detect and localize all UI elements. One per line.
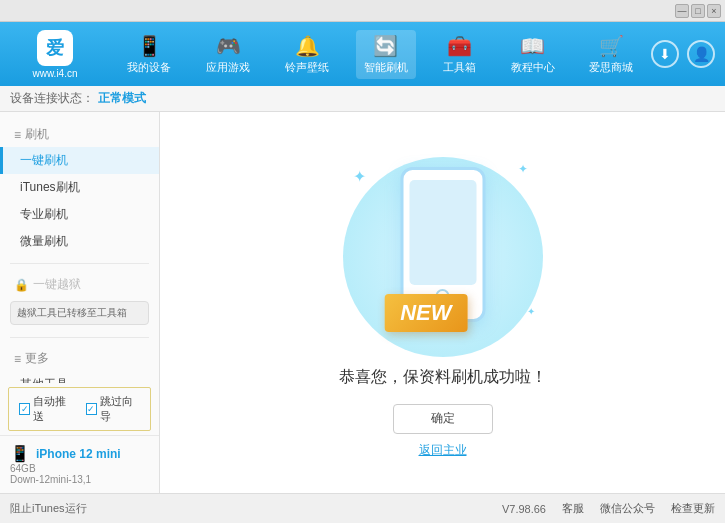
nav-item-tutorials[interactable]: 📖 教程中心 [503, 30, 563, 79]
success-text: 恭喜您，保资料刷机成功啦！ [339, 367, 547, 388]
auto-push-label: 自动推送 [33, 394, 73, 424]
tutorials-label: 教程中心 [511, 60, 555, 75]
status-value: 正常模式 [98, 90, 146, 107]
top-nav: 爱 www.i4.cn 📱 我的设备 🎮 应用游戏 🔔 铃声壁纸 🔄 智能刷机 … [0, 22, 725, 86]
auto-push-checkbox[interactable]: ✓ [19, 403, 30, 415]
sidebar-section-flash-title: ≡ 刷机 [0, 122, 159, 147]
apps-games-icon: 🎮 [216, 34, 241, 58]
logo-char: 爱 [46, 36, 64, 60]
toolbox-label: 工具箱 [443, 60, 476, 75]
nav-item-shop[interactable]: 🛒 爱思商城 [581, 30, 641, 79]
status-bar: 设备连接状态： 正常模式 [0, 86, 725, 112]
sidebar-section-more-title: ≡ 更多 [0, 346, 159, 371]
smart-flash-icon: 🔄 [373, 34, 398, 58]
logo-url: www.i4.cn [32, 68, 77, 79]
new-badge: NEW [384, 294, 467, 332]
device-area: 📱 iPhone 12 mini 64GB Down-12mini-13,1 [0, 435, 159, 493]
sidebar: ≡ 刷机 一键刷机 iTunes刷机 专业刷机 微量刷机 🔒 一键越狱 越狱工具… [0, 112, 160, 493]
user-button[interactable]: 👤 [687, 40, 715, 68]
lock-icon: 🔒 [14, 278, 29, 292]
device-phone-icon: 📱 [10, 444, 30, 463]
minimize-button[interactable]: — [675, 4, 689, 18]
sidebar-item-one-click-flash[interactable]: 一键刷机 [0, 147, 159, 174]
download-button[interactable]: ⬇ [651, 40, 679, 68]
bottom-bar: 阻止iTunes运行 V7.98.66 客服 微信公众号 检查更新 [0, 493, 725, 523]
sidebar-section-more: ≡ 更多 其他工具 下载固件 高级功能 [0, 342, 159, 383]
close-button[interactable]: × [707, 4, 721, 18]
sidebar-divider-2 [10, 337, 149, 338]
nav-item-smart-flash[interactable]: 🔄 智能刷机 [356, 30, 416, 79]
wechat-link[interactable]: 微信公众号 [600, 501, 655, 516]
nav-item-my-device[interactable]: 📱 我的设备 [119, 30, 179, 79]
success-illustration: NEW ✦ ✦ ✦ [333, 147, 553, 367]
checkbox-skip-wizard[interactable]: ✓ 跳过向导 [86, 394, 141, 424]
more-section-icon: ≡ [14, 352, 21, 366]
sidebar-divider-1 [10, 263, 149, 264]
status-label: 设备连接状态： [10, 90, 94, 107]
checkbox-auto-push[interactable]: ✓ 自动推送 [19, 394, 74, 424]
toolbox-icon: 🧰 [447, 34, 472, 58]
logo-area: 爱 www.i4.cn [0, 30, 110, 79]
nav-right: ⬇ 👤 [651, 40, 725, 68]
sparkle-3: ✦ [527, 306, 535, 317]
nav-item-apps-games[interactable]: 🎮 应用游戏 [198, 30, 258, 79]
checkbox-area: ✓ 自动推送 ✓ 跳过向导 [8, 387, 151, 431]
apps-games-label: 应用游戏 [206, 60, 250, 75]
flash-section-icon: ≡ [14, 128, 21, 142]
skip-wizard-checkbox[interactable]: ✓ [86, 403, 97, 415]
shop-icon: 🛒 [599, 34, 624, 58]
sidebar-section-flash: ≡ 刷机 一键刷机 iTunes刷机 专业刷机 微量刷机 [0, 118, 159, 259]
sidebar-item-micro-flash[interactable]: 微量刷机 [0, 228, 159, 255]
sidebar-scroll: ≡ 刷机 一键刷机 iTunes刷机 专业刷机 微量刷机 🔒 一键越狱 越狱工具… [0, 112, 159, 383]
device-storage: 64GB [10, 463, 149, 474]
jailbreak-notice: 越狱工具已转移至工具箱 [10, 301, 149, 325]
bottom-bar-right: V7.98.66 客服 微信公众号 检查更新 [502, 501, 715, 516]
nav-item-ringtones[interactable]: 🔔 铃声壁纸 [277, 30, 337, 79]
confirm-button[interactable]: 确定 [393, 404, 493, 434]
my-device-icon: 📱 [137, 34, 162, 58]
sidebar-item-pro-flash[interactable]: 专业刷机 [0, 201, 159, 228]
check-update-link[interactable]: 检查更新 [671, 501, 715, 516]
customer-service-link[interactable]: 客服 [562, 501, 584, 516]
content-area: NEW ✦ ✦ ✦ 恭喜您，保资料刷机成功啦！ 确定 返回主业 [160, 112, 725, 493]
return-link[interactable]: 返回主业 [419, 442, 467, 459]
sidebar-item-other-tools[interactable]: 其他工具 [0, 371, 159, 383]
sidebar-item-itunes-flash[interactable]: iTunes刷机 [0, 174, 159, 201]
main-area: ≡ 刷机 一键刷机 iTunes刷机 专业刷机 微量刷机 🔒 一键越狱 越狱工具… [0, 112, 725, 493]
sparkle-2: ✦ [518, 162, 528, 176]
device-version: Down-12mini-13,1 [10, 474, 149, 485]
ringtones-label: 铃声壁纸 [285, 60, 329, 75]
nav-items: 📱 我的设备 🎮 应用游戏 🔔 铃声壁纸 🔄 智能刷机 🧰 工具箱 📖 教程中心… [110, 30, 651, 79]
device-name: iPhone 12 mini [36, 447, 121, 461]
ringtones-icon: 🔔 [295, 34, 320, 58]
smart-flash-label: 智能刷机 [364, 60, 408, 75]
version-label: V7.98.66 [502, 503, 546, 515]
tutorials-icon: 📖 [520, 34, 545, 58]
shop-label: 爱思商城 [589, 60, 633, 75]
phone-screen [409, 180, 476, 285]
title-bar: — □ × [0, 0, 725, 22]
restore-button[interactable]: □ [691, 4, 705, 18]
skip-wizard-label: 跳过向导 [100, 394, 140, 424]
logo-icon: 爱 [37, 30, 73, 66]
block-itunes-button[interactable]: 阻止iTunes运行 [10, 501, 87, 516]
sidebar-section-jailbreak-title: 🔒 一键越狱 [0, 272, 159, 297]
my-device-label: 我的设备 [127, 60, 171, 75]
nav-item-toolbox[interactable]: 🧰 工具箱 [435, 30, 484, 79]
sparkle-1: ✦ [353, 167, 366, 186]
sidebar-section-jailbreak: 🔒 一键越狱 越狱工具已转移至工具箱 [0, 268, 159, 333]
